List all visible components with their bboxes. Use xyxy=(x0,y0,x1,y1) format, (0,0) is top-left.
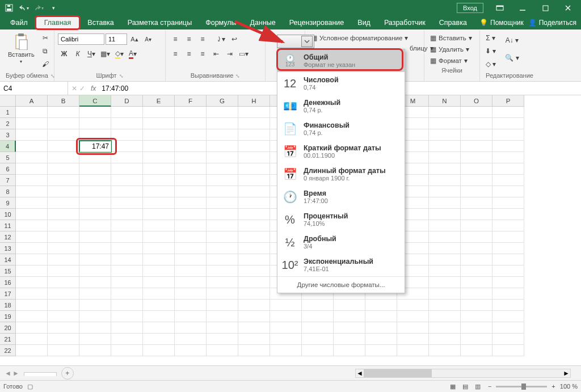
cell[interactable] xyxy=(238,265,270,277)
align-right-icon[interactable]: ≡ xyxy=(196,48,209,60)
number-format-dropdown-button[interactable] xyxy=(277,35,314,48)
cell[interactable] xyxy=(16,311,48,322)
cell[interactable] xyxy=(207,186,238,197)
cell[interactable] xyxy=(207,163,238,175)
row-header-20[interactable]: 20 xyxy=(0,322,16,334)
sheet-tab-1[interactable] xyxy=(24,372,57,376)
fill-icon[interactable]: ⬇ ▾ xyxy=(483,45,498,57)
cell[interactable] xyxy=(238,254,270,265)
cell[interactable] xyxy=(175,254,207,265)
cell[interactable] xyxy=(429,209,461,220)
more-formats-link[interactable]: Другие числовые форматы... xyxy=(277,276,405,293)
underline-icon[interactable]: Ч▾ xyxy=(85,48,98,60)
cell[interactable] xyxy=(143,197,175,209)
cell[interactable] xyxy=(365,311,397,322)
cell[interactable] xyxy=(143,186,175,197)
col-header-E[interactable]: E xyxy=(143,95,175,107)
align-top-icon[interactable]: ≡ xyxy=(169,33,182,45)
cell[interactable] xyxy=(429,141,461,152)
cell[interactable] xyxy=(79,220,111,231)
orientation-icon[interactable]: ⤸▾ xyxy=(214,33,227,45)
cell[interactable] xyxy=(334,311,365,322)
cell[interactable] xyxy=(175,243,207,254)
cell[interactable] xyxy=(207,107,238,118)
copy-icon[interactable]: ⧉ xyxy=(39,45,52,57)
format-option-6[interactable]: 🕐Время17:47:00 xyxy=(277,186,405,208)
cell[interactable] xyxy=(492,288,524,300)
row-header-11[interactable]: 11 xyxy=(0,220,16,231)
cell[interactable] xyxy=(16,186,48,197)
name-box[interactable]: C4 xyxy=(0,82,68,95)
cell[interactable] xyxy=(48,345,79,356)
insert-cells-button[interactable]: ▦Вставить ▾ xyxy=(428,33,476,43)
cell[interactable] xyxy=(143,265,175,277)
cell[interactable] xyxy=(270,300,302,311)
cell[interactable] xyxy=(461,345,492,356)
cell[interactable] xyxy=(461,107,492,118)
cell[interactable] xyxy=(461,197,492,209)
cell[interactable] xyxy=(48,334,79,345)
cell[interactable] xyxy=(238,129,270,141)
cell[interactable] xyxy=(492,141,524,152)
cell[interactable] xyxy=(48,129,79,141)
cell[interactable] xyxy=(365,334,397,345)
cell[interactable] xyxy=(238,118,270,129)
align-middle-icon[interactable]: ≡ xyxy=(183,33,195,45)
row-header-15[interactable]: 15 xyxy=(0,265,16,277)
cell[interactable] xyxy=(492,118,524,129)
cell[interactable] xyxy=(461,254,492,265)
cell[interactable] xyxy=(48,163,79,175)
cell[interactable] xyxy=(48,152,79,163)
tab-view[interactable]: Вид xyxy=(351,16,377,29)
cell[interactable] xyxy=(175,107,207,118)
fx-enter-icon[interactable]: ✓ xyxy=(79,85,85,92)
cell[interactable] xyxy=(143,129,175,141)
format-cells-button[interactable]: ▦Формат ▾ xyxy=(428,56,476,66)
cell[interactable] xyxy=(429,345,461,356)
cell[interactable] xyxy=(111,345,143,356)
cell[interactable] xyxy=(238,209,270,220)
cell[interactable] xyxy=(397,311,429,322)
cell[interactable] xyxy=(79,175,111,186)
cell[interactable] xyxy=(429,231,461,243)
cell[interactable] xyxy=(111,163,143,175)
fill-color-icon[interactable]: ◇▾ xyxy=(113,48,125,60)
align-center-icon[interactable]: ≡ xyxy=(183,48,195,60)
cell[interactable] xyxy=(16,265,48,277)
cell[interactable] xyxy=(461,288,492,300)
cell[interactable] xyxy=(492,186,524,197)
cell[interactable] xyxy=(270,322,302,334)
cell[interactable] xyxy=(302,300,334,311)
cell[interactable] xyxy=(111,265,143,277)
tab-insert[interactable]: Вставка xyxy=(81,16,120,29)
row-header-1[interactable]: 1 xyxy=(0,107,16,118)
tab-formulas[interactable]: Формулы xyxy=(199,16,243,29)
cell[interactable] xyxy=(79,334,111,345)
zoom-slider[interactable] xyxy=(496,386,547,387)
cell[interactable] xyxy=(16,129,48,141)
row-header-10[interactable]: 10 xyxy=(0,209,16,220)
cell[interactable] xyxy=(111,288,143,300)
cell[interactable] xyxy=(175,322,207,334)
tab-file[interactable]: Файл xyxy=(3,16,35,29)
cell[interactable] xyxy=(111,209,143,220)
cell[interactable] xyxy=(175,186,207,197)
cell[interactable] xyxy=(270,311,302,322)
zoom-out-icon[interactable]: − xyxy=(488,383,491,390)
cell[interactable] xyxy=(143,163,175,175)
add-sheet-icon[interactable]: + xyxy=(61,367,74,380)
launcher-icon[interactable]: ⤡ xyxy=(119,73,124,79)
cell[interactable] xyxy=(429,322,461,334)
format-option-2[interactable]: 💶Денежный0,74 р. xyxy=(277,95,405,117)
cell[interactable] xyxy=(48,186,79,197)
cell[interactable] xyxy=(175,220,207,231)
cell[interactable] xyxy=(238,163,270,175)
font-color-icon[interactable]: А▾ xyxy=(127,48,139,60)
cell[interactable] xyxy=(429,163,461,175)
view-layout-icon[interactable]: ▤ xyxy=(460,382,471,391)
cell[interactable] xyxy=(461,186,492,197)
format-option-1[interactable]: 12Числовой0,74 xyxy=(277,72,405,95)
row-header-4[interactable]: 4 xyxy=(0,141,16,152)
format-option-7[interactable]: %Процентный74,10% xyxy=(277,208,405,231)
cell[interactable] xyxy=(79,277,111,288)
